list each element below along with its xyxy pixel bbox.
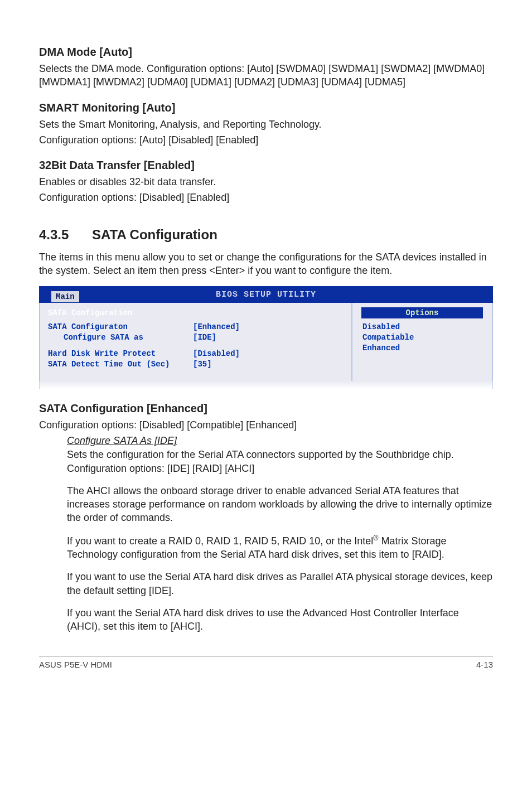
bios-option-item: Compatiable — [359, 332, 485, 343]
text-config-sata-p3: If you want to create a RAID 0, RAID 1, … — [67, 534, 493, 562]
bios-row: SATA Detect Time Out (Sec)[35] — [48, 359, 344, 370]
bios-row-label: Configure SATA as — [48, 332, 193, 343]
heading-smart-monitoring: SMART Monitoring [Auto] — [39, 102, 493, 114]
text-config-sata-p1: Sets the configuration for the Serial AT… — [67, 448, 493, 475]
configure-sata-block: Configure SATA As [IDE] Sets the configu… — [67, 435, 493, 633]
section-number: 4.3.5 — [39, 227, 92, 243]
text-dma-mode: Selects the DMA mode. Configuration opti… — [39, 62, 493, 89]
bios-left-panel: SATA Configuration SATA Configuraton[Enh… — [40, 303, 352, 381]
bios-panel-header: SATA Configuration — [48, 307, 344, 322]
bios-options-header: Options — [361, 307, 483, 318]
heading-sata-config-enhanced: SATA Configuration [Enhanced] — [39, 402, 493, 415]
bios-row: Configure SATA as[IDE] — [48, 332, 344, 343]
page-footer: ASUS P5E-V HDMI 4-13 — [39, 656, 493, 669]
bios-screenshot: BIOS SETUP UTILITY Main SATA Configurati… — [39, 286, 493, 389]
bios-row-value: [Disabled] — [193, 349, 344, 359]
bios-row-value: [Enhanced] — [193, 322, 344, 332]
bios-right-panel: Options DisabledCompatiableEnhanced — [352, 303, 492, 381]
footer-right: 4-13 — [476, 660, 493, 669]
text-sata-intro: The items in this menu allow you to set … — [39, 250, 493, 278]
bios-row: Hard Disk Write Protect[Disabled] — [48, 349, 344, 359]
heading-sata-configuration-section: 4.3.5SATA Configuration — [39, 227, 493, 243]
heading-configure-sata-as: Configure SATA As [IDE] — [67, 435, 177, 447]
text-config-sata-p2: The AHCI allows the onboard storage driv… — [67, 484, 493, 525]
text-sata-config-options: Configuration options: [Disabled] [Compa… — [39, 418, 493, 432]
bios-titlebar: BIOS SETUP UTILITY Main — [39, 286, 493, 303]
bios-title: BIOS SETUP UTILITY — [216, 290, 316, 299]
bios-option-item: Enhanced — [359, 343, 485, 354]
bios-row-value: [IDE] — [193, 332, 344, 343]
text-transfer-line1: Enables or disables 32-bit data transfer… — [39, 175, 493, 189]
bios-tab-main: Main — [51, 291, 79, 302]
bios-row-gap — [48, 343, 344, 349]
heading-32bit-transfer: 32Bit Data Transfer [Enabled] — [39, 159, 493, 172]
section-title: SATA Configuration — [92, 227, 217, 242]
bios-row-label: SATA Configuraton — [48, 322, 193, 332]
footer-left: ASUS P5E-V HDMI — [39, 660, 112, 669]
bios-option-item: Disabled — [359, 322, 485, 332]
bios-row-value: [35] — [193, 359, 344, 370]
text-config-sata-p5: If you want the Serial ATA hard disk dri… — [67, 606, 493, 634]
bios-row-label: SATA Detect Time Out (Sec) — [48, 359, 193, 370]
heading-dma-mode: DMA Mode [Auto] — [39, 46, 493, 59]
text-smart-line1: Sets the Smart Monitoring, Analysis, and… — [39, 118, 493, 131]
text-smart-line2: Configuration options: [Auto] [Disabled]… — [39, 133, 493, 147]
text-config-sata-p4: If you want to use the Serial ATA hard d… — [67, 570, 493, 597]
bios-fade — [39, 381, 493, 389]
bios-row-label: Hard Disk Write Protect — [48, 349, 193, 359]
bios-row: SATA Configuraton[Enhanced] — [48, 322, 344, 332]
text-p3a: If you want to create a RAID 0, RAID 1, … — [67, 535, 373, 547]
text-transfer-line2: Configuration options: [Disabled] [Enabl… — [39, 191, 493, 204]
registered-symbol: ® — [373, 534, 378, 542]
